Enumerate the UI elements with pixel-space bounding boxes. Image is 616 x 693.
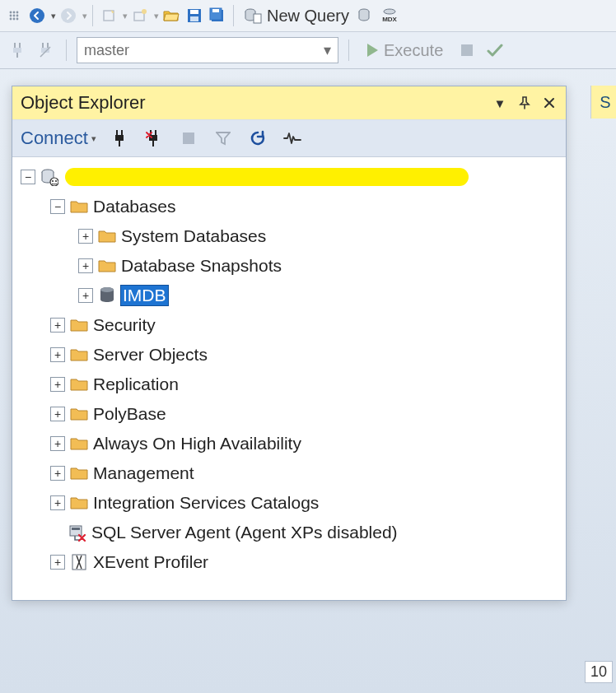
svg-point-1 [13, 12, 16, 14]
folder-icon [70, 494, 88, 512]
svg-point-3 [10, 15, 12, 17]
tree-node-server-objects[interactable]: + Server Objects [19, 340, 559, 370]
new-query-button[interactable]: New Query [239, 7, 354, 26]
expand-toggle[interactable]: + [50, 318, 65, 333]
close-icon[interactable] [541, 95, 558, 111]
svg-point-6 [10, 18, 12, 21]
svg-point-35 [100, 287, 114, 292]
toggle-placeholder [50, 526, 63, 539]
save-button[interactable] [184, 5, 205, 26]
svg-point-5 [16, 15, 19, 17]
tree-label: Integration Services Catalogs [93, 493, 319, 513]
toolbar-grip-icon [3, 5, 25, 26]
tree-label: Databases [93, 197, 175, 216]
tree-node-imdb[interactable]: + IMDB [19, 281, 559, 310]
expand-toggle[interactable]: + [50, 377, 65, 392]
expand-toggle[interactable]: + [50, 495, 65, 510]
server-name-redacted [65, 168, 469, 186]
panel-title: Object Explorer [21, 92, 146, 114]
new-item-button[interactable] [98, 5, 119, 26]
object-explorer-toolbar: Connect ▾ [12, 120, 566, 157]
tree-label: Always On High Availability [93, 434, 301, 453]
expand-toggle[interactable]: + [50, 466, 65, 481]
tree-node-system-databases[interactable]: + System Databases [19, 221, 559, 251]
tree-node-polybase[interactable]: + PolyBase [19, 399, 559, 429]
server-icon [40, 168, 58, 186]
database-engine-query-button[interactable] [356, 5, 377, 26]
object-explorer-panel: Object Explorer ▼ Connect ▾ [12, 86, 567, 601]
svg-rect-24 [13, 48, 21, 53]
svg-point-0 [10, 12, 12, 14]
refresh-icon[interactable] [246, 127, 269, 150]
change-connection-button[interactable] [7, 40, 28, 61]
svg-point-9 [30, 8, 44, 23]
tree-label: System Databases [121, 226, 266, 246]
tree-label: PolyBase [93, 404, 166, 424]
expand-toggle[interactable]: + [50, 347, 65, 362]
tree-node-server[interactable]: − [19, 162, 559, 192]
expand-toggle[interactable]: + [50, 555, 65, 570]
mdx-query-button[interactable]: MDX [379, 5, 400, 26]
folder-icon [70, 375, 88, 393]
tree-label-selected: IMDB [121, 286, 168, 305]
tree-node-always-on[interactable]: + Always On High Availability [19, 429, 559, 458]
expand-toggle[interactable]: + [78, 258, 93, 273]
new-project-button[interactable] [129, 5, 151, 26]
open-file-button[interactable] [161, 5, 182, 26]
chevron-down-icon[interactable]: ▾ [123, 11, 128, 21]
disconnect-icon[interactable] [142, 127, 166, 150]
database-icon [98, 286, 116, 305]
window-position-dropdown[interactable]: ▼ [492, 95, 508, 111]
save-all-button[interactable] [207, 5, 228, 26]
tree-node-integration-services[interactable]: + Integration Services Catalogs [19, 488, 559, 518]
svg-point-31 [50, 178, 58, 186]
svg-rect-27 [115, 135, 124, 141]
nav-forward-button[interactable] [58, 5, 79, 26]
expand-toggle[interactable]: + [50, 407, 65, 421]
svg-point-10 [61, 8, 76, 23]
connect-icon[interactable] [108, 127, 131, 150]
tree-label: SQL Server Agent (Agent XPs disabled) [91, 523, 398, 542]
chevron-down-icon[interactable]: ▾ [82, 11, 87, 21]
execute-label: Execute [384, 41, 443, 60]
tree-node-database-snapshots[interactable]: + Database Snapshots [19, 251, 559, 281]
filter-icon[interactable] [212, 127, 235, 150]
expand-toggle[interactable]: + [78, 229, 93, 244]
expand-toggle[interactable]: + [78, 288, 93, 303]
database-combo-value: master [84, 42, 129, 59]
connect-dropdown[interactable]: Connect ▾ [21, 128, 96, 149]
chevron-down-icon[interactable]: ▾ [51, 11, 56, 21]
tree-node-sql-server-agent[interactable]: SQL Server Agent (Agent XPs disabled) [19, 518, 559, 547]
svg-rect-15 [190, 10, 198, 14]
svg-rect-19 [212, 9, 219, 12]
parse-button[interactable] [484, 40, 506, 61]
disconnect-button[interactable] [35, 40, 56, 61]
separator [233, 5, 234, 26]
chevron-down-icon[interactable]: ▾ [154, 11, 159, 21]
chevron-down-icon: ▾ [91, 133, 96, 144]
svg-rect-21 [254, 14, 261, 23]
query-toolbar: master ▾ Execute [0, 32, 616, 69]
svg-point-4 [13, 15, 16, 17]
svg-point-13 [142, 9, 147, 14]
tree-node-management[interactable]: + Management [19, 458, 559, 488]
nav-back-button[interactable] [26, 5, 48, 26]
tree-node-security[interactable]: + Security [19, 310, 559, 340]
tree-node-replication[interactable]: + Replication [19, 370, 559, 399]
collapse-toggle[interactable]: − [50, 199, 65, 214]
stop-button[interactable] [456, 40, 478, 61]
pin-icon[interactable] [516, 95, 533, 111]
tree-node-xevent-profiler[interactable]: + XEvent Profiler [19, 547, 559, 577]
expand-toggle[interactable]: + [50, 436, 65, 451]
svg-point-8 [16, 18, 19, 21]
collapse-toggle[interactable]: − [21, 170, 35, 184]
tree-node-databases[interactable]: − Databases [19, 192, 559, 221]
main-toolbar: ▾ ▾ ▾ ▾ New Query MDX [0, 0, 616, 32]
adjacent-panel-tab[interactable]: S [590, 86, 616, 119]
tree-label: Management [93, 463, 194, 483]
panel-titlebar[interactable]: Object Explorer ▼ [12, 86, 566, 120]
database-combo[interactable]: master ▾ [77, 37, 338, 63]
activity-monitor-icon[interactable] [281, 127, 304, 150]
execute-button[interactable]: Execute [359, 41, 450, 60]
stop-icon[interactable] [177, 127, 200, 150]
